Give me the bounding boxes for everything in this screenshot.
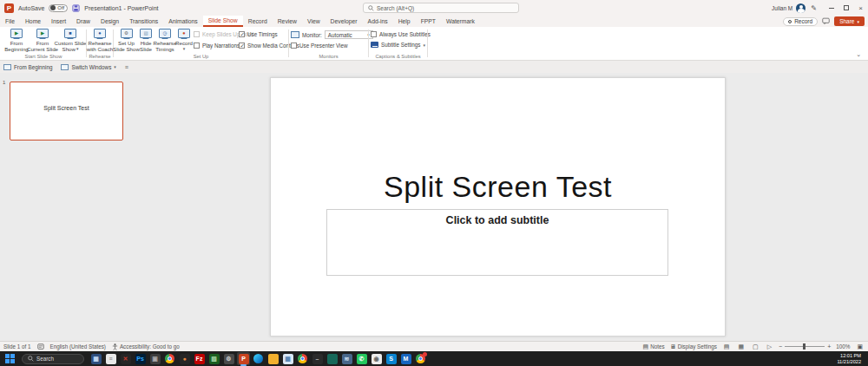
group-captions-subtitles: Always Use Subtitles Subtitle Settings ▾… (369, 27, 427, 60)
ribbon-tab-watermark[interactable]: Watermark (441, 16, 480, 27)
ribbon-tab-transitions[interactable]: Transitions (124, 16, 163, 27)
ribbon-tab-slide-show[interactable]: Slide Show (203, 16, 243, 27)
remote-desktop-icon[interactable]: ▦ (89, 352, 102, 365)
autosave-toggle[interactable]: Off (49, 4, 68, 12)
record-button-label: Record (794, 18, 812, 24)
minimize-button[interactable] (824, 0, 838, 16)
slideshow-view-button[interactable]: ▷ (766, 343, 773, 350)
fit-slide-button[interactable]: ▣ (855, 343, 865, 350)
rehearse-timings-button[interactable]: ◷ Rehearse Timings (154, 29, 176, 55)
ribbon-tab-home[interactable]: Home (20, 16, 46, 27)
display-settings-icon: 🖥︎ (670, 343, 676, 350)
teal-app-icon[interactable] (326, 352, 339, 365)
normal-view-button[interactable]: ▤ (722, 343, 732, 350)
blue-docs-icon[interactable]: ≋ (340, 352, 353, 365)
slide-canvas[interactable]: Split Screen Test Click to add subtitle (270, 77, 726, 337)
from-beginning-button[interactable]: ▶ From Beginning (3, 29, 30, 55)
light-app-icon[interactable]: ◉ (370, 352, 383, 365)
ribbon-tab-view[interactable]: View (302, 16, 326, 27)
document-title: Presentation1 - PowerPoint (84, 5, 158, 11)
media-player-icon[interactable]: ▦ (281, 352, 294, 365)
red-utility-icon[interactable]: ✕ (119, 352, 132, 365)
photos-icon[interactable]: ▨ (207, 352, 220, 365)
mail-icon[interactable]: M (399, 352, 412, 365)
ribbon-tab-draw[interactable]: Draw (71, 16, 95, 27)
restore-button[interactable] (838, 0, 853, 16)
checkbox-always-use-subtitles[interactable]: Always Use Subtitles (371, 30, 431, 38)
comments-icon[interactable] (822, 17, 830, 25)
search-box[interactable]: Search (Alt+Q) (363, 3, 519, 13)
share-button[interactable]: Share ▾ (834, 16, 865, 26)
subtitle-placeholder[interactable]: Click to add subtitle (326, 209, 668, 276)
chrome-icon[interactable] (163, 352, 176, 365)
slide-sorter-view-button[interactable]: ▦ (736, 343, 746, 350)
taskbar-search[interactable]: Search (22, 354, 84, 364)
file-explorer-icon[interactable] (266, 352, 279, 365)
custom-slide-show-button[interactable]: ■ Custom Slide Show▾ (56, 29, 85, 55)
custom-slideshow-icon: ■ (63, 29, 77, 40)
monitor-dropdown[interactable]: Automatic ▾ (325, 30, 373, 39)
record-slideshow-button[interactable]: ● Record ▾ (176, 29, 192, 55)
user-avatar[interactable] (796, 3, 806, 13)
ribbon-tab-fppt[interactable]: FPPT (416, 16, 441, 27)
group-label: Captions & Subtitles (369, 54, 427, 59)
filezilla-icon[interactable]: Fz (193, 352, 206, 365)
rehearse-with-coach-button[interactable]: ● Rehearse with Coach (87, 29, 113, 55)
group-label: Start Slide Show (2, 54, 85, 59)
zoom-slider[interactable] (785, 346, 825, 347)
photoshop-icon[interactable]: Ps (134, 352, 147, 365)
ribbon-tab-record[interactable]: Record (243, 16, 273, 27)
taskbar-clock[interactable]: 12:01 PM 11/21/2022 (837, 353, 868, 365)
orange-tool-icon[interactable]: ● (178, 352, 191, 365)
powerpoint-icon[interactable]: P (237, 352, 250, 365)
qat-customize-icon[interactable]: ≡ (125, 64, 128, 70)
ribbon-tab-developer[interactable]: Developer (326, 16, 363, 27)
checkbox-play-narrations[interactable]: Play Narrations (194, 42, 240, 49)
subtitle-settings-button[interactable]: Subtitle Settings ▾ (371, 42, 425, 48)
qat-switch-windows-button[interactable]: Switch Windows ▾ (61, 64, 115, 70)
proofing-icon[interactable] (37, 343, 44, 350)
whatsapp-icon[interactable]: ✆ (355, 352, 368, 365)
collapse-ribbon-icon[interactable]: ⌄ (856, 51, 861, 58)
ribbon-tab-add-ins[interactable]: Add-ins (363, 16, 393, 27)
screen-recorder-icon[interactable]: – (311, 352, 324, 365)
zoom-slider-thumb[interactable] (803, 343, 806, 350)
zoom-level[interactable]: 100% (836, 343, 850, 350)
slide-title[interactable]: Split Screen Test (271, 170, 725, 204)
reading-view-button[interactable]: ▢ (751, 343, 760, 350)
chrome-profile-icon[interactable] (296, 352, 309, 365)
ink-pen-icon[interactable]: ✎ (811, 4, 817, 12)
close-button[interactable]: × (853, 0, 868, 16)
subtitle-placeholder-text: Click to add subtitle (327, 214, 667, 226)
set-up-slide-show-button[interactable]: ⚙ Set Up Slide Show (115, 29, 138, 55)
edge-icon[interactable] (252, 352, 265, 365)
checkbox-use-presenter-view[interactable]: Use Presenter View (291, 42, 348, 49)
record-presentation-button[interactable]: Record (783, 17, 818, 26)
display-settings-button[interactable]: 🖥︎ Display Settings (670, 343, 717, 350)
device-setup-icon[interactable]: ⚙ (222, 352, 235, 365)
dark-tool-icon[interactable]: ▣ (148, 352, 161, 365)
from-current-slide-button[interactable]: ▶ From Current Slide (30, 29, 56, 55)
ribbon-tab-animations[interactable]: Animations (163, 16, 203, 27)
slide-thumbnail[interactable]: Split Screen Test (10, 82, 123, 141)
qat-from-beginning-button[interactable]: From Beginning (3, 64, 52, 70)
start-button[interactable] (4, 353, 16, 364)
chrome-notification-icon[interactable] (414, 352, 427, 365)
hide-slide-button[interactable]: ▨ Hide Slide (138, 29, 154, 55)
ribbon-tab-insert[interactable]: Insert (46, 16, 71, 27)
ribbon-tab-help[interactable]: Help (393, 16, 416, 27)
workspace: 1 Split Screen Test Split Screen Test Cl… (0, 73, 868, 341)
accessibility-status[interactable]: Accessibility: Good to go (112, 343, 180, 350)
notes-button[interactable]: ▤ Notes (643, 343, 665, 350)
ribbon-tab-file[interactable]: File (0, 16, 20, 27)
taskbar: Search ▦≡✕Ps▣●Fz▨⚙P▦–≋✆◉SM 12:01 PM 11/2… (0, 351, 868, 366)
ribbon-tab-design[interactable]: Design (95, 16, 124, 27)
skype-icon[interactable]: S (385, 352, 398, 365)
language-indicator[interactable]: English (United States) (50, 343, 106, 350)
zoom-in-button[interactable]: + (827, 343, 831, 350)
ribbon-tab-review[interactable]: Review (273, 16, 302, 27)
checkbox-use-timings[interactable]: Use Timings (239, 30, 278, 38)
zoom-out-button[interactable]: − (779, 343, 782, 350)
save-icon[interactable] (72, 4, 80, 12)
notepad-icon[interactable]: ≡ (104, 352, 117, 365)
